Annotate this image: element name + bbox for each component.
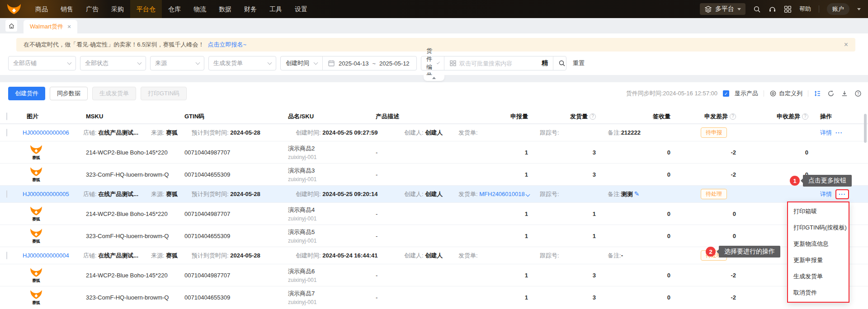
- show-product-checkbox[interactable]: ✓: [723, 90, 729, 97]
- search-button[interactable]: [553, 56, 570, 70]
- tab-close-icon[interactable]: ×: [67, 23, 71, 30]
- nav-item-purchase[interactable]: 采购: [105, 0, 130, 18]
- store-value: 在线产品测试...: [98, 191, 138, 197]
- menu-item-generate-shipping-order[interactable]: 生成发货单: [788, 268, 849, 285]
- source-select[interactable]: 来源: [150, 56, 204, 70]
- product-desc: -: [373, 171, 452, 178]
- search-icon[interactable]: [753, 5, 761, 13]
- diff-ship-qty: -2: [676, 294, 741, 301]
- headset-icon[interactable]: [769, 5, 776, 13]
- shipping-order-link[interactable]: MFH2406010018: [479, 191, 524, 197]
- refresh-icon[interactable]: [827, 90, 835, 97]
- status-select[interactable]: 全部状态: [80, 56, 146, 70]
- vertical-scrollbar-thumb[interactable]: [864, 114, 867, 143]
- msku-value: 214-WCP2-Blue Boho-145*220: [68, 149, 176, 156]
- batch-search-icon[interactable]: [449, 60, 457, 67]
- menu-item-print-box-label[interactable]: 打印箱唛: [788, 203, 849, 220]
- created-value: 2024-05-25 09:20:14: [322, 191, 377, 197]
- detail-link[interactable]: 详情: [820, 190, 832, 198]
- nav-item-finance[interactable]: 财务: [238, 0, 263, 18]
- exact-match-toggle[interactable]: 精: [542, 59, 548, 67]
- chevron-down-icon[interactable]: [526, 192, 530, 197]
- nav-item-data[interactable]: 数据: [212, 0, 238, 18]
- tab-walmart-shipments[interactable]: Walmart货件 ×: [24, 20, 77, 33]
- account-chevron-down-icon[interactable]: [857, 8, 861, 10]
- home-button[interactable]: [5, 20, 17, 32]
- row-density-icon[interactable]: [814, 90, 821, 97]
- nav-item-platform-warehouse[interactable]: 平台仓: [130, 0, 162, 18]
- custom-columns-button[interactable]: 自定义列: [779, 89, 802, 98]
- source-label: 来源:: [151, 191, 165, 197]
- gtin-value: 00710404987707: [176, 149, 276, 156]
- question-icon[interactable]: ?: [730, 113, 736, 120]
- shipment-id-link[interactable]: HJ000000000006: [23, 129, 69, 136]
- help-link[interactable]: 帮助: [799, 5, 811, 13]
- nav-item-tools[interactable]: 工具: [263, 0, 288, 18]
- platform-switcher[interactable]: 多平台: [700, 3, 745, 15]
- header-image: 图片: [20, 112, 68, 121]
- nav-item-ads[interactable]: 广告: [80, 0, 105, 18]
- shop-select[interactable]: 全部店铺: [8, 56, 76, 70]
- product-name: 演示商品4: [288, 206, 373, 214]
- store-label: 店铺:: [83, 129, 97, 136]
- signup-link[interactable]: 点击立即报名~: [208, 41, 246, 49]
- generate-shipping-order-button[interactable]: 生成发货单: [92, 87, 136, 100]
- nav-item-logistics[interactable]: 物流: [187, 0, 212, 18]
- nav-item-settings[interactable]: 设置: [288, 0, 314, 18]
- msku-value: 323-ComF-HQ-luoern-browm-Q: [68, 294, 176, 301]
- print-gtin-button[interactable]: 打印GTIN码: [141, 87, 187, 100]
- remark-label: 备注:: [608, 129, 621, 136]
- download-icon[interactable]: [841, 90, 848, 97]
- created-label: 创建时间:: [296, 129, 321, 136]
- help-circle-icon[interactable]: ?: [854, 90, 862, 97]
- select-all-checkbox[interactable]: [6, 112, 7, 120]
- reset-button[interactable]: 重置: [573, 59, 585, 67]
- search-group: 货件编号 精: [421, 56, 566, 70]
- nav-item-sales[interactable]: 销售: [54, 0, 80, 18]
- detail-link[interactable]: 详情: [820, 129, 832, 137]
- product-desc: -: [373, 233, 452, 239]
- shipment-id-link[interactable]: HJ000000000004: [23, 252, 69, 259]
- date-range-input[interactable]: 2025-04-13 ~ 2025-05-12: [322, 56, 416, 70]
- nav-item-products[interactable]: 商品: [29, 0, 54, 18]
- account-button[interactable]: 账户: [827, 3, 849, 15]
- sync-data-button[interactable]: 同步数据: [50, 87, 88, 100]
- more-actions-button[interactable]: ···: [835, 129, 843, 136]
- creator-value: 创建人: [425, 191, 443, 197]
- menu-item-update-logistics[interactable]: 更新物流信息: [788, 236, 849, 252]
- home-icon: [8, 23, 15, 29]
- shipment-group-row[interactable]: HJ000000000006 店铺: 在线产品测试... 来源: 赛狐 预计到货…: [0, 124, 868, 141]
- product-name: 演示商品2: [288, 145, 373, 153]
- more-actions-button-highlighted[interactable]: ···: [835, 189, 849, 199]
- header-diff-ship: 申发差异?: [676, 112, 741, 121]
- app-logo-fox-icon[interactable]: [6, 3, 22, 15]
- header-signed: 签收量: [601, 112, 676, 121]
- question-icon[interactable]: ?: [590, 113, 596, 120]
- row-checkbox[interactable]: [6, 129, 7, 136]
- product-thumbnail: 赛狐: [27, 228, 46, 243]
- menu-item-print-gtin-template[interactable]: 打印GTIN码(按模板): [788, 220, 849, 236]
- search-input[interactable]: [459, 60, 539, 67]
- collapse-filters-button[interactable]: [424, 75, 444, 81]
- create-shipment-button[interactable]: 创建货件: [8, 87, 45, 100]
- product-name: 演示商品6: [288, 267, 373, 276]
- product-row: 赛狐 214-WCP2-Blue Boho-145*220 0071040498…: [0, 264, 868, 286]
- menu-item-cancel-shipment[interactable]: 取消货件: [788, 285, 849, 301]
- time-type-select[interactable]: 创建时间: [281, 56, 322, 70]
- row-checkbox[interactable]: [6, 252, 7, 259]
- row-checkbox[interactable]: [6, 190, 7, 198]
- search-type-select[interactable]: 货件编号: [421, 56, 444, 70]
- banner-close-icon[interactable]: ×: [844, 41, 848, 49]
- menu-item-update-declared-qty[interactable]: 更新申报量: [788, 252, 849, 268]
- shipment-group-row-highlighted[interactable]: HJ000000000005 店铺: 在线产品测试... 来源: 赛狐 预计到货…: [0, 185, 868, 202]
- shipment-id-link[interactable]: HJ000000000005: [23, 191, 69, 197]
- nav-item-warehouse[interactable]: 仓库: [162, 0, 187, 18]
- gen-order-select[interactable]: 生成发货单: [208, 56, 276, 70]
- header-gtin: GTIN码: [176, 112, 276, 121]
- edit-remark-icon[interactable]: ✎: [634, 190, 640, 197]
- tab-bar: Walmart货件 ×: [0, 18, 868, 33]
- question-icon[interactable]: ?: [802, 113, 808, 120]
- source-value: 赛狐: [166, 129, 178, 136]
- top-nav: 商品 销售 广告 采购 平台仓 仓库 物流 数据 财务 工具 设置 多平台 帮助…: [0, 0, 868, 18]
- app-grid-icon[interactable]: [784, 5, 792, 13]
